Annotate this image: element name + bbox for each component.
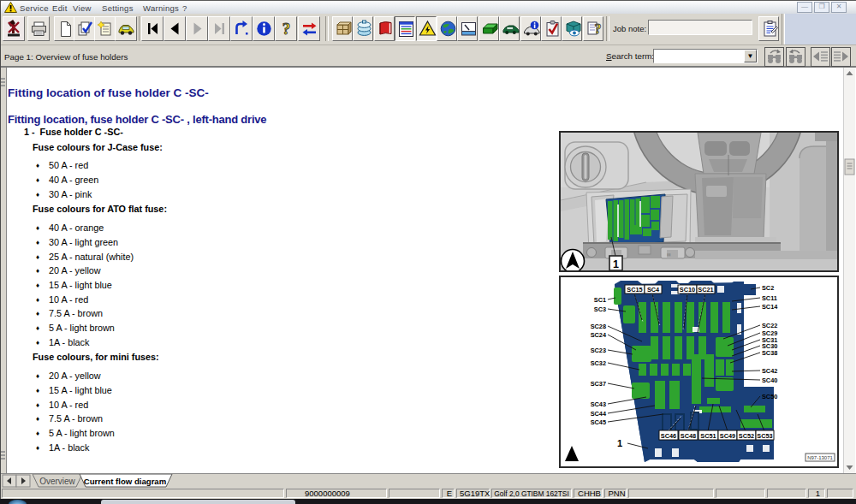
svg-text:SC1: SC1 [594, 296, 606, 304]
svg-text:1: 1 [613, 258, 619, 270]
svg-text:SC3: SC3 [594, 305, 606, 313]
svg-text:SC11: SC11 [762, 294, 777, 302]
svg-text:SC51: SC51 [700, 432, 716, 440]
svg-text:▮▮: ▮▮ [667, 252, 670, 257]
svg-text:SC43: SC43 [591, 400, 606, 408]
svg-text:SC45: SC45 [591, 418, 606, 426]
svg-text:SC21: SC21 [698, 286, 713, 294]
svg-text:SC23: SC23 [591, 347, 606, 354]
svg-text:SC28: SC28 [591, 323, 606, 330]
svg-text:SC42: SC42 [762, 367, 777, 375]
svg-text:N97-13071: N97-13071 [807, 455, 833, 460]
svg-text:SC46: SC46 [661, 432, 676, 440]
svg-text:SC40: SC40 [762, 377, 777, 384]
svg-text:1: 1 [617, 438, 622, 448]
svg-text:SC2: SC2 [762, 284, 774, 292]
svg-text:?: ? [282, 20, 291, 38]
svg-text:SC4: SC4 [647, 286, 660, 294]
svg-text:SC24: SC24 [591, 331, 607, 339]
svg-text:SC15: SC15 [627, 286, 642, 294]
svg-text:SC37: SC37 [591, 380, 606, 388]
svg-text:Current flow diagram: Current flow diagram [84, 477, 166, 486]
svg-text:SC53: SC53 [757, 432, 772, 440]
svg-text:SC44: SC44 [591, 410, 607, 418]
svg-text:SC52: SC52 [739, 432, 754, 440]
svg-text:SC14: SC14 [762, 303, 778, 311]
svg-text:SC48: SC48 [681, 432, 696, 440]
svg-text:Overview: Overview [39, 477, 75, 486]
svg-text:?: ? [595, 21, 602, 36]
svg-text:SC38: SC38 [762, 349, 777, 357]
svg-text:SC10: SC10 [680, 286, 695, 294]
svg-text:SC32: SC32 [591, 359, 606, 367]
svg-text:SC50: SC50 [762, 393, 777, 400]
svg-text:SC22: SC22 [762, 322, 777, 329]
svg-text:SC49: SC49 [720, 432, 735, 440]
